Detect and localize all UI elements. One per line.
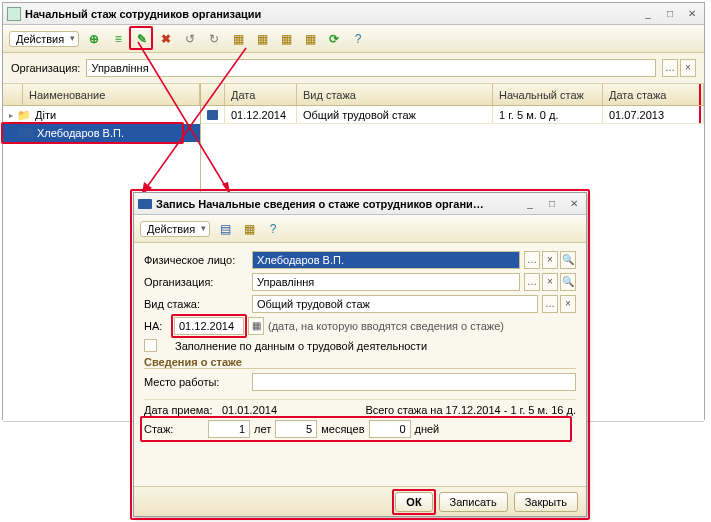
main-window-title: Начальный стаж сотрудников организации xyxy=(25,8,634,20)
section-title: Сведения о стаже xyxy=(144,356,576,369)
dialog-titlebar: Запись Начальные сведения о стаже сотруд… xyxy=(134,193,586,215)
grid-header-start: Начальный стаж xyxy=(493,84,603,105)
dialog-org-field[interactable]: Управління xyxy=(252,273,520,291)
nav-next-button[interactable]: ↻ xyxy=(205,30,223,48)
tree-header-row: Наименование xyxy=(3,84,200,106)
fill-checkbox[interactable] xyxy=(144,339,157,352)
dialog-close-button[interactable]: ✕ xyxy=(566,197,582,211)
org-clear[interactable]: × xyxy=(542,273,558,291)
days-unit: дней xyxy=(415,423,440,435)
type-row: Вид стажа: Общий трудовой стаж …× xyxy=(144,295,576,313)
hired-value: 01.01.2014 xyxy=(222,404,277,416)
table-row[interactable]: 01.12.2014 Общий трудовой стаж 1 г. 5 м.… xyxy=(201,106,704,124)
phys-field[interactable]: Хлебодаров В.П. xyxy=(252,251,520,269)
years-unit: лет xyxy=(254,423,271,435)
actions-menu[interactable]: Действия xyxy=(9,31,79,47)
stazh-label: Стаж: xyxy=(144,423,204,435)
close-dialog-button[interactable]: Закрыть xyxy=(514,492,578,512)
hired-row: Дата приема: 01.01.2014 Всего стажа на 1… xyxy=(144,404,576,416)
total-label: Всего стажа на 17.12.2014 - 1 г. 5 м. 16… xyxy=(365,404,576,416)
org-filter-row: Организация: … × xyxy=(3,53,704,84)
filter-off-button[interactable]: ▦ xyxy=(301,30,319,48)
phys-search[interactable]: 🔍 xyxy=(560,251,576,269)
grid-header-stazh-date: Дата стажа xyxy=(603,84,704,105)
add-button[interactable]: ⊕ xyxy=(85,30,103,48)
months-input[interactable] xyxy=(275,420,317,438)
type-ellipsis[interactable]: … xyxy=(542,295,558,313)
dialog-toolbar: Действия ▤ ▦ ? xyxy=(134,215,586,243)
org-clear-button[interactable]: × xyxy=(680,59,696,77)
filter-2-button[interactable]: ▦ xyxy=(253,30,271,48)
tree-item-folder[interactable]: ▸ 📁 Діти xyxy=(3,106,200,124)
grid-header-icon xyxy=(201,84,225,105)
row-icon-cell xyxy=(201,106,225,123)
tree-item-selected[interactable]: ▸ Хлебодаров В.П. xyxy=(3,124,200,142)
tree-header-blank xyxy=(3,84,23,105)
folder-icon: 📁 xyxy=(17,109,31,122)
dialog-icon xyxy=(138,199,152,209)
row-icon xyxy=(17,128,33,138)
workplace-label: Место работы: xyxy=(144,376,248,388)
org-input[interactable] xyxy=(86,59,656,77)
type-label: Вид стажа: xyxy=(144,298,248,310)
copy-button[interactable]: ≡ xyxy=(109,30,127,48)
fill-label: Заполнение по данным о трудовой деятельн… xyxy=(175,340,427,352)
calendar-icon[interactable]: ▦ xyxy=(248,317,264,335)
minimize-button[interactable]: _ xyxy=(640,7,656,21)
phys-clear[interactable]: × xyxy=(542,251,558,269)
dialog-help-button[interactable]: ? xyxy=(264,220,282,238)
main-toolbar: Действия ⊕ ≡ ✎ ✖ ↺ ↻ ▦ ▦ ▦ ▦ ⟳ ? xyxy=(3,25,704,53)
row-icon xyxy=(207,110,218,120)
dialog-org-label: Организация: xyxy=(144,276,248,288)
grid-header-type: Вид стажа xyxy=(297,84,493,105)
dialog-actions-menu[interactable]: Действия xyxy=(140,221,210,237)
dialog-maximize-button[interactable]: □ xyxy=(544,197,560,211)
save-button[interactable]: Записать xyxy=(439,492,508,512)
filter-3-button[interactable]: ▦ xyxy=(277,30,295,48)
type-field[interactable]: Общий трудовой стаж xyxy=(252,295,538,313)
close-button[interactable]: ✕ xyxy=(684,7,700,21)
ok-button[interactable]: ОК xyxy=(395,492,432,512)
org-ellipsis-button[interactable]: … xyxy=(662,59,678,77)
workplace-row: Место работы: xyxy=(144,373,576,391)
dialog-title: Запись Начальные сведения о стаже сотруд… xyxy=(156,198,516,210)
phys-row: Физическое лицо: Хлебодаров В.П. …×🔍 xyxy=(144,251,576,269)
org-input-buttons: … × xyxy=(662,59,696,77)
dialog-goto-icon-button[interactable]: ▦ xyxy=(240,220,258,238)
expand-twisty-icon: ▸ xyxy=(9,111,13,120)
type-clear[interactable]: × xyxy=(560,295,576,313)
tree-item-label: Хлебодаров В.П. xyxy=(37,127,124,139)
divider xyxy=(144,399,576,400)
tree-header-name: Наименование xyxy=(23,84,200,105)
months-unit: месяцев xyxy=(321,423,364,435)
delete-button[interactable]: ✖ xyxy=(157,30,175,48)
na-field[interactable]: 01.12.2014 xyxy=(174,317,244,335)
dialog-save-icon-button[interactable]: ▤ xyxy=(216,220,234,238)
years-input[interactable] xyxy=(208,420,250,438)
days-input[interactable] xyxy=(369,420,411,438)
tree-item-label: Діти xyxy=(35,109,56,121)
dialog-footer: ОК Записать Закрыть xyxy=(134,486,586,516)
refresh-button[interactable]: ⟳ xyxy=(325,30,343,48)
org-row: Организация: Управління …×🔍 xyxy=(144,273,576,291)
stazh-row: Стаж: лет месяцев дней xyxy=(144,420,576,438)
maximize-button[interactable]: □ xyxy=(662,7,678,21)
edit-button[interactable]: ✎ xyxy=(133,30,151,48)
nav-prev-button[interactable]: ↺ xyxy=(181,30,199,48)
row-stazh-date: 01.07.2013 xyxy=(603,106,704,123)
dialog-minimize-button[interactable]: _ xyxy=(522,197,538,211)
na-row: НА: 01.12.2014 ▦ (дата, на которую вводя… xyxy=(144,317,576,335)
org-search[interactable]: 🔍 xyxy=(560,273,576,291)
org-ellipsis[interactable]: … xyxy=(524,273,540,291)
phys-ellipsis[interactable]: … xyxy=(524,251,540,269)
row-type: Общий трудовой стаж xyxy=(297,106,493,123)
row-date: 01.12.2014 xyxy=(225,106,297,123)
dialog-window: Запись Начальные сведения о стаже сотруд… xyxy=(133,192,587,517)
help-button[interactable]: ? xyxy=(349,30,367,48)
filter-1-button[interactable]: ▦ xyxy=(229,30,247,48)
row-start: 1 г. 5 м. 0 д. xyxy=(493,106,603,123)
workplace-field[interactable] xyxy=(252,373,576,391)
na-label: НА: xyxy=(144,320,170,332)
main-titlebar: Начальный стаж сотрудников организации _… xyxy=(3,3,704,25)
app-icon xyxy=(7,7,21,21)
